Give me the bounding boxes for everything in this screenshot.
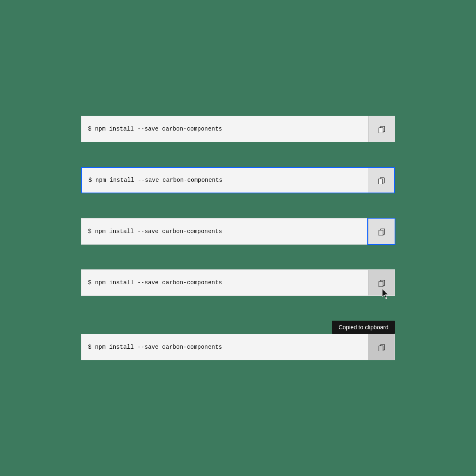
code-text-focused-btn: $ npm install --save carbon-components (88, 228, 222, 235)
copy-icon-active (378, 343, 386, 351)
code-snippet-hover: $ npm install --save carbon-components (81, 269, 395, 296)
code-text-active: $ npm install --save carbon-components (88, 344, 222, 350)
section-default: $ npm install --save carbon-components (0, 103, 476, 155)
svg-rect-5 (379, 230, 383, 236)
svg-rect-1 (379, 128, 383, 133)
copy-button-hover[interactable] (368, 270, 395, 295)
copy-button-focused-button[interactable] (368, 219, 395, 244)
code-text: $ npm install --save carbon-components (88, 126, 222, 132)
svg-rect-9 (379, 346, 383, 351)
section-active: Copied to clipboard $ npm install --save… (0, 308, 476, 373)
section-focused-button: $ npm install --save carbon-components (0, 206, 476, 257)
code-text-area: $ npm install --save carbon-components (81, 116, 368, 142)
svg-rect-7 (379, 281, 383, 287)
copy-button-active[interactable] (368, 334, 395, 360)
copy-icon-focused-btn (378, 227, 386, 236)
copy-icon-hover (378, 278, 386, 287)
code-snippet-default: $ npm install --save carbon-components (81, 116, 395, 142)
code-text-area-focused-btn: $ npm install --save carbon-components (81, 219, 368, 244)
copy-icon-focused (377, 176, 386, 184)
tooltip-container: Copied to clipboard (81, 321, 395, 334)
cursor-icon (381, 288, 390, 300)
tooltip: Copied to clipboard (332, 321, 395, 334)
code-text-focused: $ npm install --save carbon-components (88, 177, 223, 183)
code-snippet-focused-input: $ npm install --save carbon-components (81, 167, 395, 193)
code-text-area-focused: $ npm install --save carbon-components (82, 168, 368, 193)
code-snippet-focused-button: $ npm install --save carbon-components (81, 218, 395, 245)
copy-icon (378, 125, 386, 133)
code-text-area-hover: $ npm install --save carbon-components (81, 270, 368, 295)
section-hover: $ npm install --save carbon-components (0, 257, 476, 308)
section-focused-input: $ npm install --save carbon-components (0, 155, 476, 206)
tooltip-text: Copied to clipboard (338, 324, 388, 331)
svg-rect-3 (378, 179, 383, 184)
code-snippet-active: $ npm install --save carbon-components (81, 334, 395, 360)
code-text-hover: $ npm install --save carbon-components (88, 279, 222, 286)
copy-button-default[interactable] (368, 116, 395, 142)
copy-button-focused-input[interactable] (368, 168, 394, 193)
code-text-area-active: $ npm install --save carbon-components (81, 334, 368, 360)
